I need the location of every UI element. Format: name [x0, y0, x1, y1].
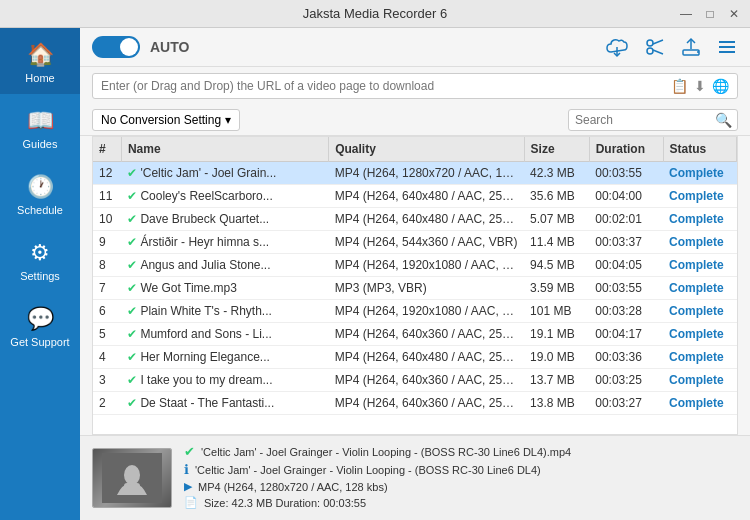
sidebar-item-get-support[interactable]: 💬 Get Support	[0, 292, 80, 358]
hamburger-menu-icon	[716, 36, 738, 58]
svg-line-4	[653, 50, 663, 54]
table-row[interactable]: 7✔We Got Time.mp3MP3 (MP3, VBR)3.59 MB00…	[93, 277, 737, 300]
table-body: 12✔'Celtic Jam' - Joel Grain...MP4 (H264…	[93, 162, 737, 415]
row-size: 19.0 MB	[524, 346, 589, 369]
downloads-table-container: # Name Quality Size Duration Status 12✔'…	[92, 136, 738, 435]
row-name: ✔Angus and Julia Stone...	[121, 254, 328, 277]
url-input[interactable]	[101, 79, 671, 93]
row-status: Complete	[663, 277, 736, 300]
table-row[interactable]: 4✔Her Morning Elegance...MP4 (H264, 640x…	[93, 346, 737, 369]
row-num: 8	[93, 254, 121, 277]
row-status: Complete	[663, 323, 736, 346]
row-size: 19.1 MB	[524, 323, 589, 346]
export-button[interactable]	[680, 36, 702, 58]
play-icon: ▶	[184, 480, 192, 493]
support-icon: 💬	[27, 306, 54, 332]
thumbnail-graphic	[102, 453, 162, 503]
sidebar-item-guides[interactable]: 📖 Guides	[0, 94, 80, 160]
scissors-icon	[644, 36, 666, 58]
row-size: 13.7 MB	[524, 369, 589, 392]
home-icon: 🏠	[27, 42, 54, 68]
row-status: Complete	[663, 254, 736, 277]
search-input[interactable]	[575, 113, 715, 127]
scissors-button[interactable]	[644, 36, 666, 58]
sidebar: 🏠 Home 📖 Guides 🕐 Schedule ⚙ Settings 💬 …	[0, 28, 80, 520]
row-num: 7	[93, 277, 121, 300]
sidebar-item-settings[interactable]: ⚙ Settings	[0, 226, 80, 292]
row-quality: MP3 (MP3, VBR)	[329, 277, 524, 300]
row-size: 42.3 MB	[524, 162, 589, 185]
settings-icon: ⚙	[30, 240, 50, 266]
table-row[interactable]: 11✔Cooley's ReelScarboro...MP4 (H264, 64…	[93, 185, 737, 208]
svg-point-1	[647, 40, 653, 46]
row-quality: MP4 (H264, 640x480 / AAC, 254 kbs)	[329, 208, 524, 231]
minimize-button[interactable]: —	[678, 6, 694, 22]
table-row[interactable]: 8✔Angus and Julia Stone...MP4 (H264, 192…	[93, 254, 737, 277]
main-container: 🏠 Home 📖 Guides 🕐 Schedule ⚙ Settings 💬 …	[0, 28, 750, 520]
url-download-button[interactable]: ⬇	[694, 78, 706, 94]
browser-button[interactable]: 🌐	[712, 78, 729, 94]
preview-thumbnail	[92, 448, 172, 508]
row-quality: MP4 (H264, 640x360 / AAC, 254 kbs)	[329, 392, 524, 415]
table-row[interactable]: 12✔'Celtic Jam' - Joel Grain...MP4 (H264…	[93, 162, 737, 185]
preview-filename-row: ✔ 'Celtic Jam' - Joel Grainger - Violin …	[184, 444, 738, 459]
search-button[interactable]: 🔍	[715, 112, 732, 128]
guides-icon: 📖	[27, 108, 54, 134]
clipboard-button[interactable]: 📋	[671, 78, 688, 94]
auto-toggle[interactable]	[92, 36, 140, 58]
table-row[interactable]: 9✔Árstiðir - Heyr himna s...MP4 (H264, 5…	[93, 231, 737, 254]
row-status: Complete	[663, 346, 736, 369]
preview-bar: ✔ 'Celtic Jam' - Joel Grainger - Violin …	[80, 435, 750, 520]
chevron-down-icon: ▾	[225, 113, 231, 127]
row-name: ✔Cooley's ReelScarboro...	[121, 185, 328, 208]
table-row[interactable]: 2✔De Staat - The Fantasti...MP4 (H264, 6…	[93, 392, 737, 415]
row-name: ✔We Got Time.mp3	[121, 277, 328, 300]
svg-point-12	[124, 465, 140, 485]
row-size: 13.8 MB	[524, 392, 589, 415]
row-duration: 00:03:37	[589, 231, 663, 254]
preview-format: MP4 (H264, 1280x720 / AAC, 128 kbs)	[198, 481, 388, 493]
cloud-download-button[interactable]	[604, 36, 630, 58]
row-num: 3	[93, 369, 121, 392]
row-num: 2	[93, 392, 121, 415]
svg-point-2	[647, 48, 653, 54]
sidebar-label-home: Home	[25, 72, 54, 84]
preview-details: ✔ 'Celtic Jam' - Joel Grainger - Violin …	[184, 444, 738, 512]
row-size: 11.4 MB	[524, 231, 589, 254]
maximize-button[interactable]: □	[702, 6, 718, 22]
sidebar-item-home[interactable]: 🏠 Home	[0, 28, 80, 94]
row-status: Complete	[663, 231, 736, 254]
row-duration: 00:03:27	[589, 392, 663, 415]
svg-line-3	[653, 40, 663, 44]
row-name: ✔De Staat - The Fantasti...	[121, 392, 328, 415]
sidebar-item-schedule[interactable]: 🕐 Schedule	[0, 160, 80, 226]
row-status: Complete	[663, 162, 736, 185]
col-name: Name	[121, 137, 328, 162]
row-duration: 00:03:55	[589, 277, 663, 300]
close-button[interactable]: ✕	[726, 6, 742, 22]
preview-info: 'Celtic Jam' - Joel Grainger - Violin Lo…	[195, 464, 541, 476]
conversion-select[interactable]: No Conversion Setting ▾	[92, 109, 240, 131]
row-num: 9	[93, 231, 121, 254]
table-row[interactable]: 3✔I take you to my dream...MP4 (H264, 64…	[93, 369, 737, 392]
col-status: Status	[663, 137, 736, 162]
info-icon: ℹ	[184, 462, 189, 477]
table-row[interactable]: 5✔Mumford and Sons - Li...MP4 (H264, 640…	[93, 323, 737, 346]
row-name: ✔Plain White T's - Rhyth...	[121, 300, 328, 323]
sidebar-label-support: Get Support	[10, 336, 69, 348]
row-num: 5	[93, 323, 121, 346]
downloads-table: # Name Quality Size Duration Status 12✔'…	[93, 137, 737, 415]
row-duration: 00:04:05	[589, 254, 663, 277]
row-status: Complete	[663, 369, 736, 392]
table-row[interactable]: 10✔Dave Brubeck Quartet...MP4 (H264, 640…	[93, 208, 737, 231]
app-title: Jaksta Media Recorder 6	[303, 6, 448, 21]
url-bar: 📋 ⬇ 🌐	[92, 73, 738, 99]
row-num: 6	[93, 300, 121, 323]
col-quality: Quality	[329, 137, 524, 162]
menu-button[interactable]	[716, 36, 738, 58]
row-name: ✔'Celtic Jam' - Joel Grain...	[121, 162, 328, 185]
thumbnail-image	[93, 449, 171, 507]
table-row[interactable]: 6✔Plain White T's - Rhyth...MP4 (H264, 1…	[93, 300, 737, 323]
col-size: Size	[524, 137, 589, 162]
preview-size-row: 📄 Size: 42.3 MB Duration: 00:03:55	[184, 496, 738, 509]
